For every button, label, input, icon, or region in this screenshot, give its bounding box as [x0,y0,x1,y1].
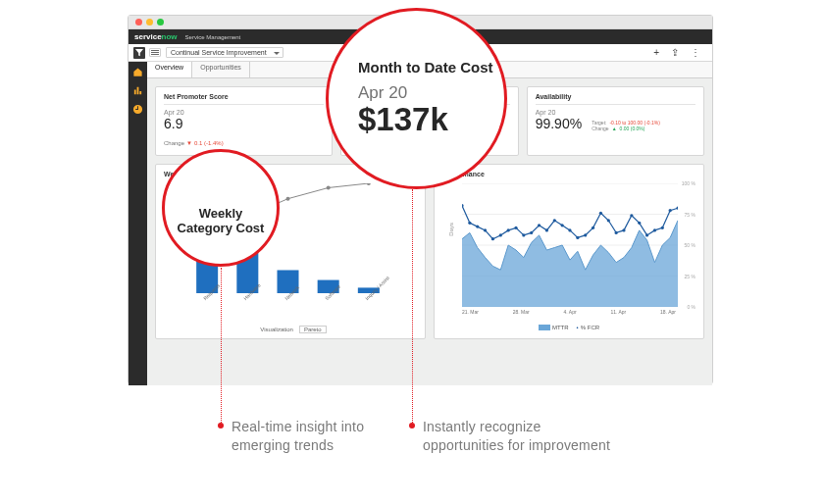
svg-point-21 [507,228,510,231]
window-close-dot[interactable] [135,19,142,25]
svg-point-9 [367,183,371,185]
card-title: Net Promoter Score [164,93,324,100]
svg-point-16 [468,222,471,225]
sub-brand: Service Management [185,34,241,40]
viz-selector[interactable]: VisualizationPareto [164,327,417,332]
caption-opportunities: Instantly recognize opportunities for im… [423,418,619,455]
svg-point-25 [538,224,541,227]
window-minimize-dot[interactable] [146,19,153,25]
callout-weekly-cost: WeeklyCategory Cost [162,149,280,267]
svg-point-23 [522,233,525,236]
y-tick: 0 % [687,304,695,310]
card-title: Performance [442,171,695,177]
y-tick: 50 % [685,242,695,248]
callout-mtd-cost: Month to Date Cost Apr 20 $137k [326,8,507,189]
svg-point-30 [576,236,579,239]
svg-point-34 [607,219,610,222]
home-icon[interactable] [132,67,143,77]
logo: servicenow [134,32,178,41]
callout-value: $137k [358,101,504,138]
context-selector[interactable]: Continual Service Improvement [166,47,283,58]
share-button[interactable]: ⇪ [671,47,679,58]
svg-point-32 [592,227,594,229]
svg-point-31 [584,233,587,236]
svg-point-22 [514,227,517,229]
card-title: Availability [536,93,695,100]
callout-date: Apr 20 [358,83,504,103]
svg-point-8 [327,185,331,189]
svg-point-24 [530,231,533,234]
svg-point-37 [630,214,633,217]
window-maximize-dot[interactable] [157,19,164,25]
svg-point-18 [484,228,487,231]
svg-point-35 [615,231,618,234]
x-tick: 21. Mar [462,309,479,321]
svg-point-33 [599,212,602,215]
svg-point-43 [676,207,678,210]
leader-line [412,189,414,423]
nps-change: Change ▼ 0.1 (-1.4%) [164,140,224,146]
svg-point-41 [661,227,664,229]
svg-point-38 [638,222,641,225]
caption-realtime: Real-time insight into emerging trends [232,418,379,455]
svg-point-39 [645,233,648,236]
more-button[interactable]: ⋮ [691,47,700,58]
filter-icon[interactable] [133,47,145,59]
y-tick: 75 % [685,212,695,218]
leader-line [221,268,223,423]
card-availability[interactable]: Availability Apr 20 99.90% Target: -0.10… [527,86,704,156]
card-date: Apr 20 [536,109,582,116]
callout-title: Month to Date Cost [358,59,504,76]
card-performance[interactable]: Performance Days 0 %25 %50 %75 %100 % 21… [434,164,704,339]
y-tick: 100 % [682,180,695,186]
x-tick: 18. Apr [660,309,676,321]
nps-value: 6.9 [164,116,324,131]
x-tick: 4. Apr [564,309,577,321]
legend: MTTR% FCR [442,325,695,330]
svg-point-27 [553,219,556,222]
left-rail [129,62,147,385]
svg-point-26 [545,228,548,231]
avail-value: 99.90% [536,116,582,131]
x-tick: 28. Mar [513,309,530,321]
callout-title: WeeklyCategory Cost [165,207,277,236]
card-date: Apr 20 [164,109,324,116]
y-tick: 25 % [685,274,695,279]
clock-icon[interactable] [132,104,143,115]
chart-icon[interactable] [132,85,143,96]
svg-point-15 [462,204,464,207]
svg-point-28 [561,224,564,227]
svg-point-40 [653,228,656,231]
svg-point-19 [491,237,494,240]
list-icon[interactable] [149,48,161,57]
caption-dot [409,423,415,428]
svg-point-20 [499,233,502,236]
y-axis-label: Days [448,223,454,236]
card-nps[interactable]: Net Promoter Score Apr 20 6.9 Change ▼ 0… [155,86,333,156]
stage: servicenow Service Management Continual … [0,0,824,504]
avail-stats: Target: -0.10 to 100.00 (-0.1%) Change ▲… [592,120,660,131]
tab-overview[interactable]: Overview [147,62,192,77]
nav-right-actions: + ⇪ ⋮ [653,47,700,58]
svg-point-7 [286,197,290,201]
svg-point-36 [622,228,625,231]
caption-dot [218,423,224,428]
performance-chart: Days 0 %25 %50 %75 %100 % 21. Mar28. Mar… [442,183,695,321]
x-tick: 11. Apr [610,309,626,321]
add-button[interactable]: + [653,47,659,58]
svg-point-29 [568,228,571,231]
tab-opportunities[interactable]: Opportunities [192,62,250,77]
svg-point-42 [669,209,672,212]
svg-point-17 [476,226,479,228]
